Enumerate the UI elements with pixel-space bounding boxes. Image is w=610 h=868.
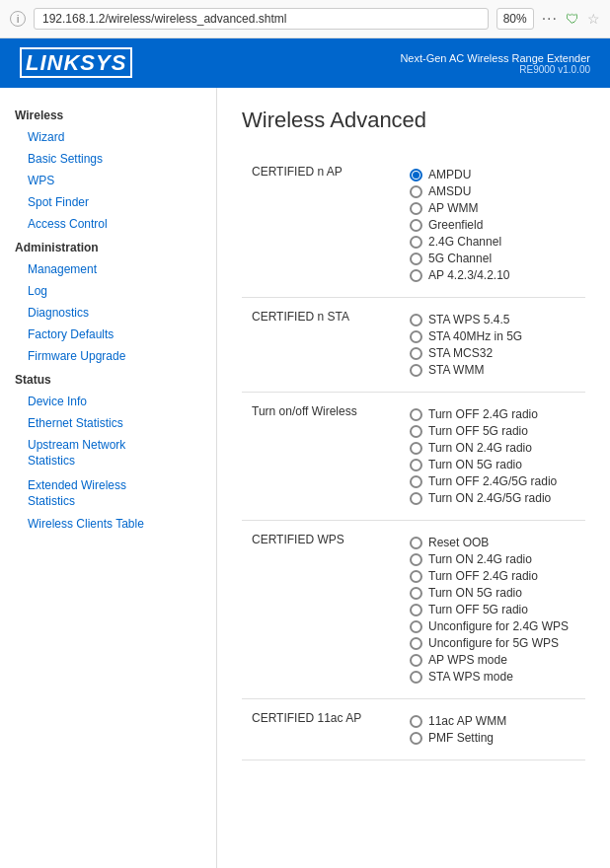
sta-wps-545-option[interactable]: STA WPS 5.4.5 [410, 313, 575, 326]
wps-turn-on-2g-radio[interactable] [410, 553, 422, 566]
2g-channel-option[interactable]: 2.4G Channel [410, 235, 575, 249]
5g-channel-radio[interactable] [410, 253, 422, 265]
turn-off-2g-label: Turn OFF 2.4G radio [428, 407, 538, 421]
sta-40mhz-label: STA 40MHz in 5G [428, 329, 522, 343]
ap-wps-mode-label: AP WPS mode [428, 653, 507, 667]
sta-mcs32-radio[interactable] [410, 347, 422, 360]
certified-11ac-ap-row: CERTIFIED 11ac AP 11ac AP WMM PMF Settin… [242, 699, 585, 760]
wps-turn-off-2g-radio[interactable] [410, 570, 422, 583]
11ac-ap-wmm-option[interactable]: 11ac AP WMM [410, 714, 575, 728]
turn-on-5g-radio[interactable] [410, 459, 422, 471]
turn-off-5g-radio[interactable] [410, 425, 422, 438]
wps-turn-off-2g-option[interactable]: Turn OFF 2.4G radio [410, 569, 575, 583]
reset-oob-option[interactable]: Reset OOB [410, 536, 575, 549]
ampdu-option[interactable]: AMPDU [410, 168, 575, 181]
wps-turn-off-2g-label: Turn OFF 2.4G radio [428, 569, 538, 583]
sta-wmm-option[interactable]: STA WMM [410, 363, 575, 377]
2g-channel-radio[interactable] [410, 236, 422, 249]
sta-40mhz-option[interactable]: STA 40MHz in 5G [410, 329, 575, 343]
sidebar-item-wizard[interactable]: Wizard [0, 126, 216, 148]
sta-40mhz-radio[interactable] [410, 330, 422, 343]
sta-wmm-radio[interactable] [410, 364, 422, 377]
ampdu-radio[interactable] [410, 169, 422, 181]
sidebar-item-upstream-network-statistics[interactable]: Upstream NetworkStatistics [0, 434, 216, 472]
wps-turn-on-5g-option[interactable]: Turn ON 5G radio [410, 586, 575, 600]
unconfig-5g-wps-label: Unconfigure for 5G WPS [428, 636, 559, 650]
greenfield-radio[interactable] [410, 219, 422, 232]
wps-turn-off-5g-radio[interactable] [410, 604, 422, 616]
pmf-setting-label: PMF Setting [428, 731, 494, 745]
bookmark-icon[interactable]: ☆ [587, 11, 600, 27]
unconfig-5g-wps-option[interactable]: Unconfigure for 5G WPS [410, 636, 575, 650]
turn-on-2g-option[interactable]: Turn ON 2.4G radio [410, 441, 575, 455]
sta-mcs32-option[interactable]: STA MCS32 [410, 346, 575, 360]
turn-off-2g5g-radio[interactable] [410, 475, 422, 488]
sidebar-item-extended-wireless-statistics[interactable]: Extended WirelessStatistics [0, 474, 216, 513]
ap-wps-mode-option[interactable]: AP WPS mode [410, 653, 575, 667]
unconfig-5g-wps-radio[interactable] [410, 637, 422, 650]
5g-channel-label: 5G Channel [428, 252, 492, 265]
turn-on-2g-radio[interactable] [410, 442, 422, 455]
sidebar-item-management[interactable]: Management [0, 258, 216, 280]
pmf-setting-option[interactable]: PMF Setting [410, 731, 575, 745]
sidebar-item-ethernet-statistics[interactable]: Ethernet Statistics [0, 412, 216, 434]
wps-turn-off-5g-option[interactable]: Turn OFF 5G radio [410, 603, 575, 616]
content-area: Wireless Advanced CERTIFIED n AP AMPDU A… [217, 88, 610, 868]
ap-wmm-option[interactable]: AP WMM [410, 201, 575, 215]
sidebar-item-firmware-upgrade[interactable]: Firmware Upgrade [0, 345, 216, 367]
sidebar-item-wps[interactable]: WPS [0, 170, 216, 191]
greenfield-option[interactable]: Greenfield [410, 218, 575, 232]
product-name: Next-Gen AC Wireless Range Extender [400, 52, 590, 64]
zoom-level: 80% [496, 8, 534, 30]
admin-section-title: Administration [0, 235, 216, 258]
browser-bar: i 192.168.1.2/wireless/wireless_advanced… [0, 0, 610, 38]
certified-wps-row: CERTIFIED WPS Reset OOB Turn ON 2.4G rad… [242, 521, 585, 699]
sidebar-item-access-control[interactable]: Access Control [0, 213, 216, 235]
amsdu-radio[interactable] [410, 185, 422, 198]
turn-off-5g-label: Turn OFF 5G radio [428, 424, 528, 438]
sta-mcs32-label: STA MCS32 [428, 346, 493, 360]
sidebar-item-diagnostics[interactable]: Diagnostics [0, 302, 216, 324]
sta-wps-mode-radio[interactable] [410, 671, 422, 684]
sidebar: Wireless Wizard Basic Settings WPS Spot … [0, 88, 217, 868]
turn-off-2g5g-option[interactable]: Turn OFF 2.4G/5G radio [410, 474, 575, 488]
turn-off-5g-option[interactable]: Turn OFF 5G radio [410, 424, 575, 438]
sidebar-item-spot-finder[interactable]: Spot Finder [0, 191, 216, 213]
ap-wps-mode-radio[interactable] [410, 654, 422, 667]
turn-on-2g5g-option[interactable]: Turn ON 2.4G/5G radio [410, 491, 575, 505]
status-section-title: Status [0, 367, 216, 391]
certified-wps-options: Reset OOB Turn ON 2.4G radio Turn OFF 2.… [400, 521, 585, 699]
shield-icon[interactable]: 🛡 [566, 11, 579, 27]
ap-4230-radio[interactable] [410, 269, 422, 282]
pmf-setting-radio[interactable] [410, 732, 422, 745]
unconfig-2g-wps-option[interactable]: Unconfigure for 2.4G WPS [410, 619, 575, 633]
11ac-ap-wmm-radio[interactable] [410, 715, 422, 728]
ap-wmm-radio[interactable] [410, 202, 422, 215]
turn-on-2g5g-radio[interactable] [410, 492, 422, 505]
amsdu-option[interactable]: AMSDU [410, 184, 575, 198]
5g-channel-option[interactable]: 5G Channel [410, 252, 575, 265]
url-bar[interactable]: 192.168.1.2/wireless/wireless_advanced.s… [34, 8, 489, 30]
sidebar-item-wireless-clients-table[interactable]: Wireless Clients Table [0, 513, 216, 535]
turn-on-5g-option[interactable]: Turn ON 5G radio [410, 458, 575, 471]
turn-off-2g-radio[interactable] [410, 408, 422, 421]
turn-off-2g-option[interactable]: Turn OFF 2.4G radio [410, 407, 575, 421]
sidebar-item-factory-defaults[interactable]: Factory Defaults [0, 324, 216, 345]
wps-turn-on-2g-option[interactable]: Turn ON 2.4G radio [410, 552, 575, 566]
sidebar-item-device-info[interactable]: Device Info [0, 391, 216, 412]
unconfig-2g-wps-radio[interactable] [410, 620, 422, 633]
model-number: RE9000 v1.0.00 [400, 64, 590, 75]
sidebar-item-log[interactable]: Log [0, 280, 216, 302]
certified-n-sta-row: CERTIFIED n STA STA WPS 5.4.5 STA 40MHz … [242, 298, 585, 393]
wps-turn-on-5g-radio[interactable] [410, 587, 422, 600]
menu-dots[interactable]: ··· [542, 10, 558, 28]
ap-4230-option[interactable]: AP 4.2.3/4.2.10 [410, 268, 575, 282]
sidebar-item-basic-settings[interactable]: Basic Settings [0, 148, 216, 170]
turn-onoff-label: Turn on/off Wireless [242, 393, 400, 521]
turn-onoff-options: Turn OFF 2.4G radio Turn OFF 5G radio Tu… [400, 393, 585, 521]
reset-oob-label: Reset OOB [428, 536, 489, 549]
11ac-ap-wmm-label: 11ac AP WMM [428, 714, 506, 728]
sta-wps-545-radio[interactable] [410, 314, 422, 326]
reset-oob-radio[interactable] [410, 537, 422, 549]
sta-wps-mode-option[interactable]: STA WPS mode [410, 670, 575, 684]
